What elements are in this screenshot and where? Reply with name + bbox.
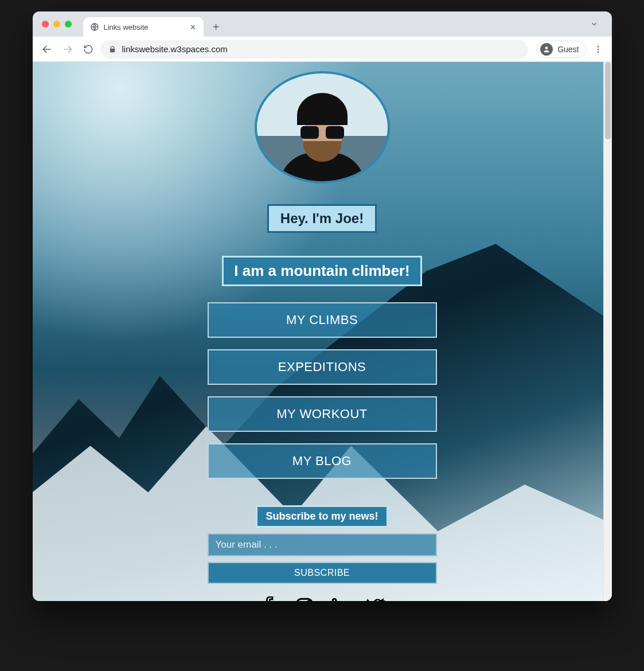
link-my-climbs[interactable]: MY CLIMBS: [208, 302, 437, 338]
greeting-text: Hey. I'm Joe!: [280, 210, 364, 226]
toolbar: linkswebsite.w3spaces.com Guest: [33, 37, 612, 62]
subscribe-heading: Subscribe to my news!: [256, 505, 388, 528]
instagram-icon[interactable]: [295, 596, 314, 601]
reload-button[interactable]: [80, 41, 97, 58]
link-label: MY CLIMBS: [286, 313, 358, 327]
page-content: Hey. I'm Joe! I am a mountain climber! M…: [33, 62, 612, 601]
tab-title: Links website: [104, 23, 149, 32]
link-label: MY BLOG: [292, 454, 352, 468]
close-tab-button[interactable]: ✕: [189, 23, 198, 32]
fullscreen-window-button[interactable]: [65, 21, 72, 28]
email-field[interactable]: [208, 533, 437, 556]
subscribe-button-label: SUBSCRIBE: [294, 568, 350, 578]
svg-point-4: [597, 46, 599, 48]
svg-point-3: [545, 46, 548, 49]
link-expeditions[interactable]: EXPEDITIONS: [208, 349, 437, 385]
lock-icon: [108, 45, 116, 53]
browser-menu-button[interactable]: [590, 45, 606, 54]
svg-point-10: [333, 599, 336, 601]
profile-chip[interactable]: Guest: [536, 41, 586, 58]
social-row: [259, 596, 385, 601]
link-label: EXPEDITIONS: [278, 360, 366, 374]
linkedin-icon[interactable]: [330, 596, 350, 601]
browser-tab[interactable]: Links website ✕: [83, 17, 204, 37]
globe-icon: [90, 22, 99, 32]
tagline-box: I am a mountain climber!: [222, 256, 421, 286]
greeting-box: Hey. I'm Joe!: [267, 204, 377, 233]
browser-window: Links website ✕ + linkswebsite.w3spaces.…: [33, 11, 612, 601]
link-label: MY WORKOUT: [276, 407, 368, 421]
tagline-text: I am a mountain climber!: [234, 262, 409, 279]
new-tab-button[interactable]: +: [208, 19, 224, 35]
minimize-window-button[interactable]: [53, 21, 60, 28]
subscribe-form: SUBSCRIBE: [208, 533, 437, 584]
tab-strip: Links website ✕ +: [33, 11, 612, 37]
profile-avatar: [255, 71, 390, 184]
address-bar[interactable]: linkswebsite.w3spaces.com: [100, 40, 529, 58]
url-text: linkswebsite.w3spaces.com: [122, 44, 228, 54]
back-button[interactable]: [38, 41, 56, 58]
link-my-workout[interactable]: MY WORKOUT: [208, 396, 437, 432]
page-viewport: Hey. I'm Joe! I am a mountain climber! M…: [33, 62, 612, 601]
subscribe-heading-text: Subscribe to my news!: [266, 510, 378, 522]
close-window-button[interactable]: [42, 21, 49, 28]
subscribe-button[interactable]: SUBSCRIBE: [208, 562, 437, 584]
tab-overflow-button[interactable]: [587, 11, 606, 37]
twitter-icon[interactable]: [366, 596, 385, 601]
link-my-blog[interactable]: MY BLOG: [208, 443, 437, 479]
svg-point-5: [597, 48, 599, 50]
facebook-icon[interactable]: [259, 596, 279, 601]
person-icon: [540, 43, 553, 56]
window-controls: [38, 11, 83, 37]
links-column: MY CLIMBS EXPEDITIONS MY WORKOUT MY BLOG: [208, 302, 437, 479]
profile-label: Guest: [557, 45, 579, 54]
forward-button[interactable]: [59, 41, 76, 58]
svg-point-6: [597, 51, 599, 53]
